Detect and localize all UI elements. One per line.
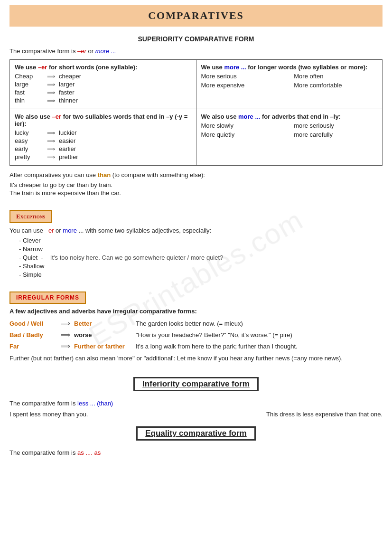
irregular-far: Far Further or farther It's a long walk … — [9, 342, 383, 350]
inferiority-section: Inferiority comparative form The compara… — [9, 370, 383, 418]
main-title: COMPARATIVES — [9, 5, 383, 27]
arrow-bad — [61, 331, 70, 339]
exceptions-label: Exceptions — [9, 210, 52, 223]
arrow-early — [47, 146, 55, 152]
table-cell-4: We also use more ... for adverbs that en… — [196, 109, 383, 166]
word-easy: easy — [15, 137, 43, 144]
table-cell-1: We use –er for short words (one syllable… — [10, 60, 196, 109]
irr-example-far: It's a long walk from here to the park; … — [136, 343, 298, 350]
word-lucky: lucky — [15, 129, 43, 136]
word-thin: thin — [15, 97, 43, 104]
inferiority-example-left: I spent less money than you. — [9, 411, 88, 418]
word-row-easy: easy easier — [15, 137, 191, 144]
irr-word-bad: Bad / Badly — [9, 331, 57, 339]
cell3-header: We also use –er for two sullables words … — [15, 113, 191, 127]
table-cell-3: We also use –er for two sullables words … — [10, 109, 196, 166]
irr-word-far: Far — [9, 343, 57, 350]
exceptions-list: Clever Narrow Quiet - It's too noisy her… — [9, 237, 383, 278]
arrow-fast — [47, 89, 55, 96]
exception-clever: Clever — [19, 237, 383, 244]
comparative-large: larger — [59, 81, 75, 88]
exception-shallow: Shallow — [19, 263, 383, 270]
irr-word-good: Good / Well — [9, 320, 57, 327]
irr-form-good: Better — [74, 320, 136, 327]
irregular-section: IRREGULAR FORMS A few adjectives and adv… — [9, 285, 383, 362]
after-compare-text: After comparatives you can use than (to … — [9, 171, 383, 179]
cell4-words: More slowly more seriously More quietly … — [201, 122, 378, 138]
equality-section: Equality comparative form The comparativ… — [9, 424, 383, 456]
comparative-thin: thinner — [59, 97, 78, 104]
comparative-early: earlier — [59, 145, 76, 152]
superiority-intro: The comparative form is –er or more ... — [9, 47, 383, 55]
cell4-header: We also use more ... for adverbs that en… — [201, 113, 378, 120]
irr-form-far: Further or farther — [74, 343, 136, 350]
superiority-table: We use –er for short words (one syllable… — [9, 59, 383, 166]
word-row-lucky: lucky luckier — [15, 129, 191, 136]
exception-simple: Simple — [19, 271, 383, 278]
word-row-cheap: Cheap cheaper — [15, 73, 191, 80]
arrow-cheap — [47, 73, 55, 80]
exceptions-intro: You can use –er or more ... with some tw… — [9, 227, 383, 234]
example-expensive: The train is more expensive than the car… — [9, 189, 383, 197]
irregular-good: Good / Well Better The garden looks bett… — [9, 320, 383, 327]
word-row-thin: thin thinner — [15, 97, 191, 104]
example-cheaper: It's cheaper to go by car than by train. — [9, 181, 383, 188]
further-note: Further (but not farther) can also mean … — [9, 355, 383, 362]
cell2-header: We use more ... for longer words (two sy… — [201, 64, 378, 71]
irregular-label: IRREGULAR FORMS — [9, 292, 86, 304]
superiority-section: SUPERIORITY COMPARATIVE FORM The compara… — [9, 35, 383, 197]
arrow-far — [61, 342, 70, 350]
irregular-bad: Bad / Badly worse "How is your headache?… — [9, 331, 383, 339]
arrow-thin — [47, 97, 55, 104]
table-cell-2: We use more ... for longer words (two sy… — [196, 60, 383, 109]
word-row-pretty: pretty prettier — [15, 153, 191, 160]
superiority-section-title: SUPERIORITY COMPARATIVE FORM — [9, 35, 383, 43]
inferiority-title: Inferiority comparative form — [133, 377, 259, 391]
cell2-words: More serious More often More expensive M… — [201, 73, 378, 89]
word-cheap: Cheap — [15, 73, 43, 80]
word-fast: fast — [15, 89, 43, 96]
arrow-good — [61, 320, 70, 327]
arrow-pretty — [47, 154, 55, 160]
exception-quiet: Quiet - It's too noisy here. Can we go s… — [19, 254, 383, 261]
comparative-cheap: cheaper — [59, 73, 81, 80]
arrow-lucky — [47, 130, 55, 136]
irr-example-good: The garden looks better now. (= mieux) — [136, 320, 243, 327]
arrow-large — [47, 81, 55, 88]
inferiority-examples: I spent less money than you. This dress … — [9, 411, 383, 418]
equality-form-text: The comparative form is as .... as — [9, 449, 383, 456]
arrow-easy — [47, 138, 55, 144]
inferiority-example-right: This dress is less expensive than that o… — [266, 411, 383, 418]
word-row-early: early earlier — [15, 145, 191, 152]
word-pretty: pretty — [15, 153, 43, 160]
word-row-fast: fast faster — [15, 89, 191, 96]
word-row-large: large larger — [15, 81, 191, 88]
cell1-header: We use –er for short words (one syllable… — [15, 64, 191, 71]
comparative-easy: easier — [59, 137, 75, 144]
comparative-fast: faster — [59, 89, 75, 96]
exception-narrow: Narrow — [19, 245, 383, 253]
irregular-intro: A few adjectives and adverbs have irregu… — [9, 308, 383, 315]
irr-example-bad: "How is your headache? Better?" "No, it'… — [136, 331, 292, 339]
exceptions-section: Exceptions You can use –er or more ... w… — [9, 203, 383, 278]
inferiority-form-text: The comparative form is less ... (than) — [9, 400, 383, 407]
word-early: early — [15, 145, 43, 152]
comparative-pretty: prettier — [59, 153, 78, 160]
equality-title: Equality comparative form — [136, 426, 256, 441]
irr-form-bad: worse — [74, 331, 136, 339]
word-large: large — [15, 81, 43, 88]
comparative-lucky: luckier — [59, 129, 77, 136]
